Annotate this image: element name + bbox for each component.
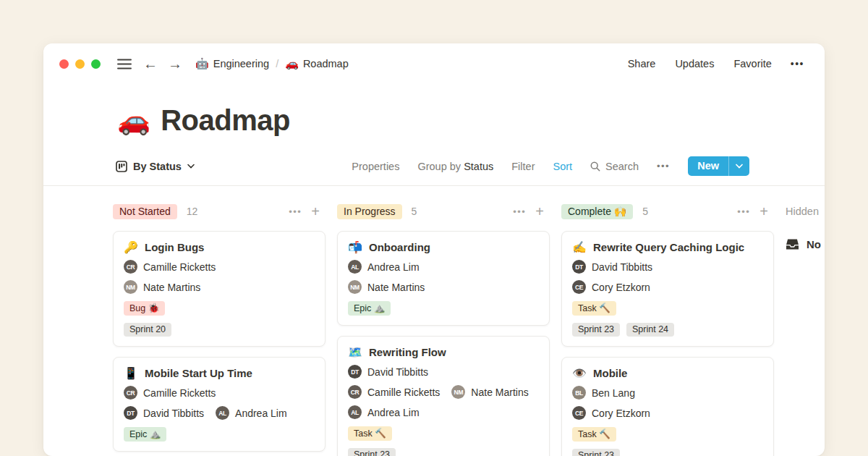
favorite-button[interactable]: Favorite (733, 58, 771, 69)
column-add-icon[interactable]: + (760, 204, 768, 219)
avatar: NM (451, 385, 465, 399)
sidebar-toggle-icon[interactable] (117, 59, 132, 69)
column-status-badge[interactable]: In Progress (337, 204, 402, 219)
assignee-name: Andrea Lim (367, 261, 420, 273)
assignee-name: Cory Etzkorn (592, 282, 650, 293)
column-not-started: Not Started 12 ••• + 🔑 Login Bugs CR (113, 202, 326, 456)
group-by-button[interactable]: Group by Status (417, 161, 493, 172)
assignee[interactable]: CR Camille Ricketts (124, 260, 216, 274)
column-more-icon[interactable]: ••• (513, 206, 526, 217)
tag-task[interactable]: Task 🔨 (572, 301, 616, 316)
assignee[interactable]: CR Camille Ricketts (348, 385, 440, 399)
tag-task[interactable]: Task 🔨 (348, 426, 392, 441)
column-header: Complete 🙌 5 ••• + (561, 202, 774, 221)
back-icon[interactable]: ← (143, 56, 158, 71)
avatar: CR (124, 260, 137, 274)
assignee[interactable]: AL Andrea Lim (216, 406, 287, 420)
tag-sprint[interactable]: Sprint 24 (626, 323, 674, 337)
assignee-name: Camille Ricketts (143, 261, 216, 273)
assignee[interactable]: AL Andrea Lim (348, 405, 420, 419)
assignee-name: Camille Ricketts (367, 387, 440, 398)
avatar: DT (124, 406, 137, 420)
tag-sprint[interactable]: Sprint 23 (572, 449, 620, 456)
column-header: In Progress 5 ••• + (337, 202, 550, 221)
assignee[interactable]: AL Andrea Lim (348, 260, 420, 274)
avatar: BL (572, 386, 586, 400)
view-switcher[interactable]: By Status (116, 161, 195, 172)
column-status-badge[interactable]: Complete 🙌 (561, 204, 633, 219)
view-more-icon[interactable]: ••• (657, 161, 670, 172)
assignee[interactable]: CE Cory Etzkorn (572, 406, 650, 420)
chevron-down-icon (187, 164, 195, 169)
assignee[interactable]: BL Ben Lang (572, 386, 635, 400)
inbox-tray-icon (786, 238, 799, 250)
card-title: Rewrite Query Caching Logic (593, 241, 744, 253)
hidden-groups-label[interactable]: Hidden (786, 202, 825, 221)
column-cards: 🔑 Login Bugs CR Camille Ricketts NM Nate… (113, 231, 326, 456)
world-map-icon: 🗺️ (348, 347, 362, 358)
page-icon[interactable]: 🚗 (117, 107, 150, 134)
assignee[interactable]: NM Nate Martins (124, 280, 200, 294)
new-button-label[interactable]: New (688, 156, 728, 176)
column-add-icon[interactable]: + (535, 204, 544, 219)
tag-epic[interactable]: Epic ⛰️ (124, 427, 166, 442)
more-options-icon[interactable]: ••• (791, 58, 804, 69)
column-count: 5 (412, 206, 417, 217)
assignee-name: David Tibbitts (143, 408, 204, 419)
assignee[interactable]: CR Camille Ricketts (124, 386, 216, 400)
sort-button[interactable]: Sort (553, 161, 572, 172)
view-name: By Status (133, 161, 182, 172)
assignee[interactable]: CE Cory Etzkorn (572, 280, 650, 294)
card-title: Login Bugs (145, 241, 205, 253)
workspace-label: Engineering (213, 58, 269, 69)
card-rewriting-flow[interactable]: 🗺️ Rewriting Flow DT David Tibbitts CR C… (337, 336, 550, 456)
hidden-group-no-status[interactable]: No (786, 238, 825, 250)
properties-button[interactable]: Properties (352, 161, 399, 172)
assignee[interactable]: DT David Tibbitts (572, 260, 652, 274)
assignee[interactable]: NM Nate Martins (348, 280, 425, 294)
window-topbar: ← → 🤖 Engineering / 🚗 Roadmap Share Upda… (43, 43, 825, 78)
assignee-name: Cory Etzkorn (592, 408, 650, 419)
column-add-icon[interactable]: + (311, 204, 320, 219)
column-count: 5 (642, 206, 648, 217)
tag-bug[interactable]: Bug 🐞 (124, 301, 165, 316)
zoom-window-button[interactable] (91, 59, 101, 69)
card-rewrite-query-caching-logic[interactable]: ✍️ Rewrite Query Caching Logic DT David … (561, 231, 774, 347)
card-onboarding[interactable]: 📬 Onboarding AL Andrea Lim NM Nate Marti… (337, 231, 550, 326)
search-button[interactable]: Search (590, 161, 639, 172)
tag-epic[interactable]: Epic ⛰️ (348, 301, 391, 316)
breadcrumb-page[interactable]: 🚗 Roadmap (285, 57, 349, 70)
updates-button[interactable]: Updates (675, 58, 714, 69)
new-button[interactable]: New (688, 156, 749, 176)
new-dropdown-button[interactable] (728, 156, 749, 176)
card-mobile[interactable]: 👁️ Mobile BL Ben Lang CE Cory Etzkorn (561, 357, 774, 456)
tag-sprint[interactable]: Sprint 20 (124, 323, 171, 337)
avatar: DT (348, 365, 362, 379)
key-icon: 🔑 (124, 242, 138, 253)
filter-button[interactable]: Filter (511, 161, 535, 172)
share-button[interactable]: Share (628, 58, 656, 69)
column-status-badge[interactable]: Not Started (113, 204, 177, 219)
minimize-window-button[interactable] (75, 59, 85, 69)
page-title-text[interactable]: Roadmap (161, 104, 290, 137)
avatar: CE (572, 406, 586, 420)
breadcrumb-workspace[interactable]: 🤖 Engineering (195, 57, 269, 70)
assignee[interactable]: DT David Tibbitts (348, 365, 428, 379)
viewbar: By Status Properties Group by Status Fil… (43, 156, 825, 185)
assignee-name: David Tibbitts (592, 261, 652, 273)
card-login-bugs[interactable]: 🔑 Login Bugs CR Camille Ricketts NM Nate… (113, 231, 326, 347)
assignee[interactable]: DT David Tibbitts (124, 406, 204, 420)
card-mobile-start-up-time[interactable]: 📱 Mobile Start Up Time CR Camille Ricket… (113, 357, 326, 452)
page-title: 🚗 Roadmap (117, 104, 749, 137)
tag-sprint[interactable]: Sprint 23 (572, 323, 620, 337)
column-more-icon[interactable]: ••• (737, 206, 750, 217)
assignee[interactable]: NM Nate Martins (451, 385, 528, 399)
forward-icon[interactable]: → (168, 56, 182, 71)
mobile-phone-icon: 📱 (124, 368, 138, 379)
close-window-button[interactable] (59, 59, 69, 69)
group-by-prefix: Group by (417, 161, 461, 172)
viewbar-wrap: By Status Properties Group by Status Fil… (43, 156, 825, 186)
tag-task[interactable]: Task 🔨 (572, 427, 616, 442)
column-more-icon[interactable]: ••• (289, 206, 302, 217)
tag-sprint[interactable]: Sprint 23 (348, 448, 396, 456)
